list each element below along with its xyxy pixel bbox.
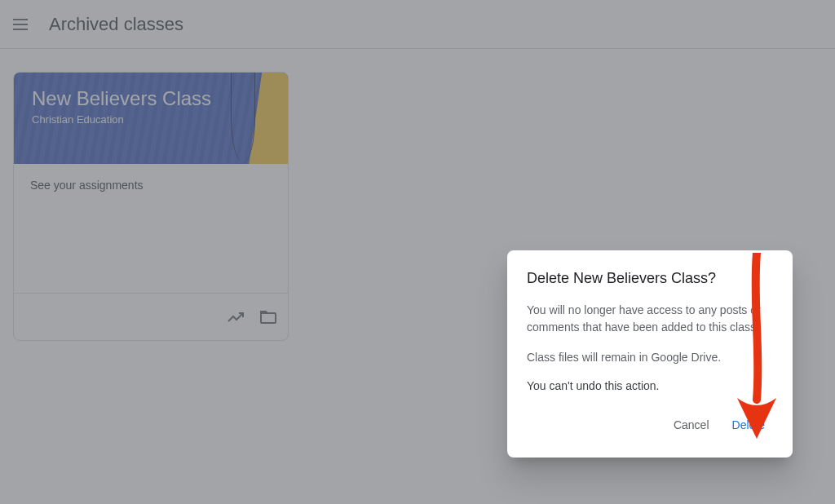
dialog-actions: Cancel Delete: [527, 412, 773, 438]
dialog-warning: You can't undo this action.: [527, 379, 773, 392]
dialog-title: Delete New Believers Class?: [527, 270, 773, 287]
cancel-button[interactable]: Cancel: [665, 412, 718, 438]
dialog-body-2: Class files will remain in Google Drive.: [527, 349, 773, 366]
delete-confirmation-dialog: Delete New Believers Class? You will no …: [507, 250, 793, 458]
delete-button[interactable]: Delete: [724, 412, 773, 438]
dialog-body-1: You will no longer have access to any po…: [527, 302, 773, 336]
